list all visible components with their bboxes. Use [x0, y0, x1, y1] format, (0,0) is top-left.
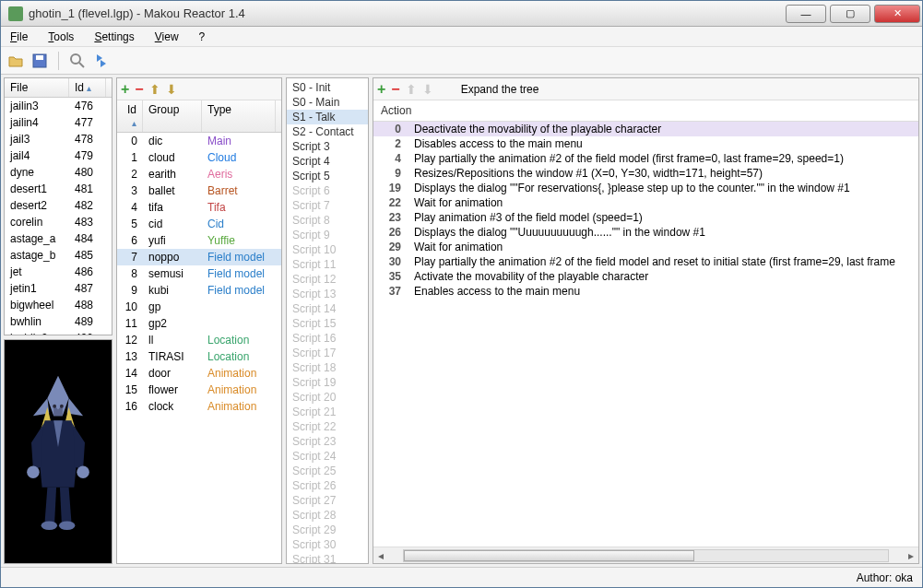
move-down-icon[interactable]: ⬇ — [166, 82, 177, 97]
file-row[interactable]: jetin1487 — [5, 280, 112, 297]
group-row[interactable]: 6yufiYuffie — [117, 232, 281, 249]
file-row[interactable]: jailin4477 — [5, 114, 112, 131]
script-row[interactable]: Script 25 — [287, 464, 368, 478]
script-row[interactable]: Script 20 — [287, 390, 368, 405]
group-row[interactable]: 16clockAnimation — [117, 398, 281, 415]
expand-tree-label[interactable]: Expand the tree — [456, 81, 545, 98]
script-row[interactable]: Script 11 — [287, 257, 368, 272]
group-row[interactable]: 1cloudCloud — [117, 149, 281, 166]
script-row[interactable]: Script 16 — [287, 331, 368, 346]
file-row[interactable]: astage_a484 — [5, 230, 112, 247]
script-row[interactable]: Script 3 — [287, 139, 368, 154]
script-row[interactable]: S0 - Init — [287, 80, 368, 95]
minimize-button[interactable]: — — [786, 5, 826, 23]
group-row[interactable]: 0dicMain — [117, 133, 281, 149]
script-row[interactable]: Script 9 — [287, 228, 368, 242]
file-row[interactable]: jailin3476 — [5, 98, 112, 114]
script-row[interactable]: S1 - Talk — [287, 110, 368, 124]
script-row[interactable]: Script 8 — [287, 213, 368, 228]
file-row[interactable]: jet486 — [5, 264, 112, 280]
file-row[interactable]: corelin483 — [5, 214, 112, 230]
action-row[interactable]: 26Displays the dialog ""Uuuuuuuuuugh....… — [373, 225, 918, 240]
group-row[interactable]: 8semusiField model — [117, 265, 281, 282]
file-row[interactable]: dyne480 — [5, 164, 112, 181]
script-row[interactable]: Script 13 — [287, 287, 368, 301]
file-row[interactable]: bigwheel488 — [5, 297, 112, 313]
group-row[interactable]: 14doorAnimation — [117, 365, 281, 382]
action-row[interactable]: 4Play partially the animation #2 of the … — [373, 151, 918, 166]
script-row[interactable]: Script 24 — [287, 449, 368, 464]
menu-help[interactable]: ? — [195, 29, 209, 45]
group-row[interactable]: 11gp2 — [117, 315, 281, 332]
script-row[interactable]: Script 14 — [287, 301, 368, 316]
action-row[interactable]: 37Enables access to the main menu — [373, 284, 918, 299]
script-row[interactable]: Script 29 — [287, 523, 368, 537]
script-row[interactable]: Script 22 — [287, 419, 368, 434]
script-row[interactable]: Script 30 — [287, 537, 368, 552]
script-row[interactable]: Script 6 — [287, 183, 368, 198]
file-row[interactable]: desert2482 — [5, 197, 112, 214]
script-row[interactable]: Script 10 — [287, 242, 368, 257]
file-row[interactable]: bwhlin489 — [5, 313, 112, 330]
script-row[interactable]: S0 - Main — [287, 95, 368, 110]
script-row[interactable]: Script 12 — [287, 272, 368, 287]
script-row[interactable]: Script 19 — [287, 375, 368, 390]
file-row[interactable]: jail3478 — [5, 131, 112, 147]
action-down-icon[interactable]: ⬇ — [422, 82, 433, 97]
action-up-icon[interactable]: ⬆ — [406, 82, 417, 97]
action-row[interactable]: 29Wait for animation — [373, 240, 918, 254]
action-row[interactable]: 0Deactivate the movability of the playab… — [373, 122, 918, 136]
menu-tools[interactable]: Tools — [44, 29, 77, 45]
menu-settings[interactable]: Settings — [90, 29, 137, 45]
script-row[interactable]: Script 23 — [287, 434, 368, 449]
action-row[interactable]: 35Activate the movability of the playabl… — [373, 269, 918, 284]
script-row[interactable]: Script 5 — [287, 169, 368, 183]
group-row[interactable]: 4tifaTifa — [117, 199, 281, 216]
script-row[interactable]: Script 18 — [287, 360, 368, 375]
menu-file[interactable]: File — [6, 29, 31, 45]
action-row[interactable]: 2Disables access to the main menu — [373, 136, 918, 151]
file-row[interactable]: jail4479 — [5, 147, 112, 164]
group-type-header[interactable]: Type — [202, 100, 276, 132]
close-button[interactable]: ✕ — [874, 5, 920, 23]
save-icon[interactable] — [30, 52, 49, 70]
script-row[interactable]: Script 7 — [287, 198, 368, 213]
action-row[interactable]: 9Resizes/Repositions the window #1 (X=0,… — [373, 166, 918, 181]
remove-group-icon[interactable]: − — [135, 81, 143, 98]
script-row[interactable]: S2 - Contact — [287, 124, 368, 139]
search-icon[interactable] — [68, 52, 87, 70]
remove-action-icon[interactable]: − — [391, 81, 399, 98]
maximize-button[interactable]: ▢ — [830, 5, 870, 23]
group-row[interactable]: 15flowerAnimation — [117, 382, 281, 398]
move-up-icon[interactable]: ⬆ — [149, 82, 160, 97]
menu-view[interactable]: View — [151, 29, 183, 45]
action-row[interactable]: 19Displays the dialog ""For reservations… — [373, 181, 918, 195]
open-icon[interactable] — [6, 52, 25, 70]
script-row[interactable]: Script 26 — [287, 478, 368, 493]
group-row[interactable]: 10gp — [117, 299, 281, 315]
group-row[interactable]: 12llLocation — [117, 332, 281, 348]
script-row[interactable]: Script 17 — [287, 346, 368, 360]
add-group-icon[interactable]: + — [121, 81, 129, 98]
action-row[interactable]: 22Wait for animation — [373, 195, 918, 210]
action-row[interactable]: 23Play animation #3 of the field model (… — [373, 210, 918, 225]
model-preview[interactable] — [4, 339, 112, 564]
action-row[interactable]: 30Play partially the animation #2 of the… — [373, 254, 918, 269]
script-row[interactable]: Script 31 — [287, 552, 368, 563]
script-row[interactable]: Script 15 — [287, 316, 368, 331]
script-row[interactable]: Script 28 — [287, 508, 368, 523]
group-name-header[interactable]: Group — [143, 100, 202, 132]
id-header[interactable]: Id — [69, 78, 106, 97]
script-row[interactable]: Script 27 — [287, 493, 368, 508]
script-row[interactable]: Script 4 — [287, 154, 368, 169]
action-hscroll[interactable]: ◂▸ — [373, 547, 918, 563]
script-row[interactable]: Script 21 — [287, 405, 368, 419]
run-icon[interactable] — [92, 52, 111, 70]
file-header[interactable]: File — [5, 78, 69, 97]
group-row[interactable]: 3balletBarret — [117, 182, 281, 199]
file-row[interactable]: desert1481 — [5, 181, 112, 197]
file-row[interactable]: astage_b485 — [5, 247, 112, 264]
file-row[interactable]: bwhlin2490 — [5, 330, 112, 335]
group-row[interactable]: 7noppoField model — [117, 249, 281, 265]
group-row[interactable]: 5cidCid — [117, 216, 281, 232]
